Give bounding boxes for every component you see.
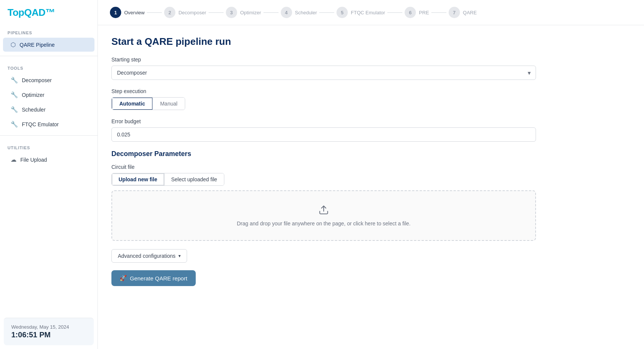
- scheduler-label: Scheduler: [22, 107, 46, 113]
- footer-time: 1:06:51 PM: [11, 331, 86, 339]
- starting-step-field: Starting step Decomposer Optimizer Sched…: [111, 57, 536, 80]
- step-6-label: PRE: [419, 10, 429, 15]
- step-2-label: Decomposer: [178, 10, 206, 15]
- stepper: 1 Overview 2 Decomposer 3 Optimizer 4 Sc…: [98, 0, 644, 25]
- main-content: 1 Overview 2 Decomposer 3 Optimizer 4 Sc…: [98, 0, 644, 349]
- step-execution-field: Step execution Automatic Manual: [111, 88, 536, 110]
- sidebar-pipeline-label: QARE Pipeline: [20, 42, 55, 48]
- page-title: Start a QARE pipeline run: [111, 36, 536, 47]
- advanced-config-label: Advanced configurations: [118, 253, 175, 259]
- starting-step-select[interactable]: Decomposer Optimizer Scheduler FTQC Emul…: [111, 66, 536, 80]
- footer-date: Wednesday, May 15, 2024: [11, 324, 86, 330]
- step-4[interactable]: 4 Scheduler: [281, 7, 317, 18]
- step-5[interactable]: 5 FTQC Emulator: [336, 7, 385, 18]
- sidebar-divider-2: [0, 135, 97, 136]
- step-7-circle: 7: [449, 7, 460, 18]
- drop-zone-text: Drag and drop your file anywhere on the …: [237, 220, 410, 227]
- file-upload-label: File Upload: [20, 157, 47, 163]
- step-connector-2: [209, 12, 224, 13]
- circuit-file-field: Circuit file Upload new file Select uplo…: [111, 164, 536, 241]
- step-2[interactable]: 2 Decomposer: [164, 7, 206, 18]
- step-connector-1: [147, 12, 162, 13]
- step-7[interactable]: 7 QARE: [449, 7, 477, 18]
- utilities-section-label: UTILITIES: [0, 139, 97, 152]
- step-6[interactable]: 6 PRE: [405, 7, 429, 18]
- advanced-config-button[interactable]: Advanced configurations ▾: [111, 249, 187, 263]
- upload-icon: ☁: [11, 156, 17, 163]
- logo: TopQAD™: [0, 0, 97, 24]
- step-connector-5: [387, 12, 402, 13]
- sidebar-item-scheduler[interactable]: 🔧 Scheduler: [3, 103, 94, 116]
- generate-report-button[interactable]: 🚀 Generate QARE report: [111, 270, 196, 286]
- step-7-label: QARE: [463, 10, 477, 15]
- step-4-label: Scheduler: [295, 10, 317, 15]
- step-3-label: Optimizer: [240, 10, 261, 15]
- logo-accent: Q: [24, 7, 32, 18]
- scheduler-icon: 🔧: [11, 106, 18, 113]
- step-3[interactable]: 3 Optimizer: [226, 7, 261, 18]
- file-drop-zone[interactable]: Drag and drop your file anywhere on the …: [111, 190, 536, 241]
- circuit-file-tabs: Upload new file Select uploaded file: [111, 173, 224, 186]
- decomposer-label: Decomposer: [22, 77, 52, 83]
- decomposer-section-title: Decomposer Parameters: [111, 150, 536, 158]
- step-5-circle: 5: [336, 7, 348, 18]
- sidebar-item-file-upload[interactable]: ☁ File Upload: [3, 153, 94, 167]
- ftqc-label: FTQC Emulator: [22, 121, 59, 127]
- sidebar-divider-1: [0, 56, 97, 56]
- rocket-icon: 🚀: [120, 275, 127, 282]
- step-connector-3: [263, 12, 279, 13]
- step-5-label: FTQC Emulator: [351, 10, 385, 15]
- step-connector-4: [319, 12, 334, 13]
- chevron-down-icon: ▾: [178, 253, 181, 259]
- logo-text-rest: AD™: [32, 7, 55, 18]
- generate-btn-label: Generate QARE report: [130, 275, 187, 282]
- step-3-circle: 3: [226, 7, 237, 18]
- step-execution-toggle: Automatic Manual: [111, 97, 185, 110]
- toggle-manual[interactable]: Manual: [152, 98, 185, 110]
- sidebar-item-qare-pipeline[interactable]: ⬡ QARE Pipeline: [3, 38, 94, 52]
- tab-upload-new-file[interactable]: Upload new file: [112, 173, 164, 185]
- error-budget-input[interactable]: [111, 127, 536, 142]
- sidebar: TopQAD™ PIPELINES ⬡ QARE Pipeline TOOLS …: [0, 0, 98, 349]
- step-2-circle: 2: [164, 7, 175, 18]
- tools-section-label: TOOLS: [0, 60, 97, 73]
- sidebar-footer: Wednesday, May 15, 2024 1:06:51 PM: [4, 318, 94, 345]
- step-4-circle: 4: [281, 7, 292, 18]
- starting-step-select-wrapper: Decomposer Optimizer Scheduler FTQC Emul…: [111, 66, 536, 80]
- optimizer-icon: 🔧: [11, 91, 18, 98]
- sidebar-item-ftqc[interactable]: 🔧 FTQC Emulator: [3, 117, 94, 131]
- form-content: Start a QARE pipeline run Starting step …: [98, 25, 550, 297]
- pipeline-icon: ⬡: [11, 41, 16, 48]
- sidebar-item-decomposer[interactable]: 🔧 Decomposer: [3, 73, 94, 87]
- step-1-label: Overview: [124, 10, 145, 15]
- error-budget-field: Error budget: [111, 118, 536, 142]
- toggle-automatic[interactable]: Automatic: [112, 98, 152, 110]
- error-budget-label: Error budget: [111, 118, 536, 124]
- step-connector-6: [431, 12, 446, 13]
- step-1-circle: 1: [110, 7, 121, 18]
- logo-text-dark: Top: [8, 7, 24, 18]
- upload-cloud-icon: [318, 205, 329, 217]
- sidebar-item-optimizer[interactable]: 🔧 Optimizer: [3, 88, 94, 102]
- decomposer-icon: 🔧: [11, 77, 18, 84]
- tab-select-uploaded-file[interactable]: Select uploaded file: [164, 173, 224, 185]
- step-1[interactable]: 1 Overview: [110, 7, 145, 18]
- circuit-file-label: Circuit file: [111, 164, 536, 170]
- step-execution-label: Step execution: [111, 88, 536, 94]
- ftqc-icon: 🔧: [11, 121, 18, 128]
- step-6-circle: 6: [405, 7, 416, 18]
- pipelines-section-label: PIPELINES: [0, 24, 97, 37]
- starting-step-label: Starting step: [111, 57, 536, 63]
- optimizer-label: Optimizer: [22, 92, 44, 98]
